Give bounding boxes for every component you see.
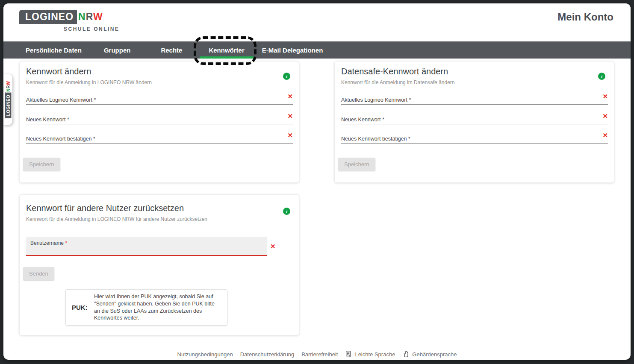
card-title: Kennwort ändern xyxy=(26,67,91,76)
main-nav: Persönliche Daten Gruppen Rechte Kennwör… xyxy=(3,41,631,59)
clear-icon[interactable]: ✕ xyxy=(287,113,293,119)
clear-icon[interactable]: ✕ xyxy=(602,93,608,100)
field-label: Neues Kennwort bestätigen * xyxy=(341,136,608,142)
field-underline xyxy=(341,143,608,144)
page-title: Mein Konto xyxy=(557,11,613,23)
username-input[interactable]: Benutzername * xyxy=(26,237,267,256)
leichte-sprache-icon xyxy=(345,350,353,358)
tab-email-delegationen[interactable]: E-Mail Delegationen xyxy=(262,41,323,59)
logo-subtitle: SCHULE ONLINE xyxy=(64,26,120,32)
datasafe-password-card: Datensafe-Kennwort ändern Kennwort für d… xyxy=(334,61,614,183)
username-label: Benutzername * xyxy=(30,240,67,246)
confirm-password-field[interactable]: Neues Kennwort bestätigen * ✕ xyxy=(26,136,293,144)
footer: Nutzungsbedingungen Datenschutzerklärung… xyxy=(3,350,631,358)
new-password-field[interactable]: Neues Kennwort * ✕ xyxy=(26,117,293,124)
footer-link-barrierefreiheit[interactable]: Barrierefreiheit xyxy=(301,351,338,358)
puk-label: PUK: xyxy=(66,304,94,311)
clear-icon[interactable]: ✕ xyxy=(602,132,608,138)
footer-link-leichte-sprache[interactable]: Leichte Sprache xyxy=(355,351,395,358)
footer-leichte-sprache[interactable]: Leichte Sprache xyxy=(345,350,395,358)
clear-icon[interactable]: ✕ xyxy=(287,93,293,100)
info-icon[interactable]: i xyxy=(598,73,605,80)
logo-nrw: NRW xyxy=(77,10,105,24)
current-password-field[interactable]: Aktuelles Logineo Kennwort * ✕ xyxy=(26,97,293,105)
save-button[interactable]: Speichern xyxy=(23,158,60,171)
new-password-field[interactable]: Neues Kennwort * ✕ xyxy=(341,117,608,124)
tab-kennwoerter[interactable]: Kennwörter xyxy=(209,41,244,59)
clear-icon[interactable]: ✕ xyxy=(287,132,293,138)
card-subtitle: Kennwort für die Anmeldung im Datensafe … xyxy=(341,79,455,85)
tab-gruppen[interactable]: Gruppen xyxy=(104,41,131,59)
card-subtitle: Kennwort für die Anmeldung in LOGINEO NR… xyxy=(26,79,152,85)
footer-link-gebaerdensprache[interactable]: Gebärdensprache xyxy=(412,351,457,358)
side-flap-logo: LOGINEO NRW xyxy=(5,81,11,118)
flap-logo-main: LOGINEO xyxy=(5,93,11,118)
field-underline xyxy=(341,124,608,124)
field-label: Neues Kennwort bestätigen * xyxy=(26,136,293,142)
tab-persoenliche-daten[interactable]: Persönliche Daten xyxy=(26,41,82,59)
field-label: Neues Kennwort * xyxy=(26,117,293,123)
reset-password-card: Kennwort für andere Nutzer zurücksetzen … xyxy=(19,194,299,335)
field-label: Aktuelles Logineo Kennwort * xyxy=(341,97,608,103)
save-button[interactable]: Speichern xyxy=(338,158,375,171)
flap-logo-nrw: NRW xyxy=(6,81,10,93)
current-password-field[interactable]: Aktuelles Logineo Kennwort * ✕ xyxy=(341,97,608,105)
footer-link-datenschutzerklaerung[interactable]: Datenschutzerklärung xyxy=(240,351,294,358)
field-underline xyxy=(26,124,293,124)
footer-link-nutzungsbedingungen[interactable]: Nutzungsbedingungen xyxy=(177,351,233,358)
field-underline xyxy=(341,104,608,105)
app-window: LOGINEO NRW SCHULE ONLINE Mein Konto Per… xyxy=(3,3,631,360)
send-button[interactable]: Senden xyxy=(23,267,54,280)
info-icon[interactable]: i xyxy=(283,208,290,215)
puk-display-box: PUK: Hier wird Ihnen der PUK angezeigt, … xyxy=(65,289,227,326)
side-flap[interactable]: LOGINEO NRW xyxy=(3,74,12,125)
field-underline xyxy=(26,104,293,105)
info-icon[interactable]: i xyxy=(283,73,290,80)
required-asterisk: * xyxy=(65,240,67,246)
change-password-card: Kennwort ändern Kennwort für die Anmeldu… xyxy=(19,61,299,183)
field-label: Neues Kennwort * xyxy=(341,117,608,123)
card-title: Kennwort für andere Nutzer zurücksetzen xyxy=(26,203,184,213)
field-underline xyxy=(26,143,293,144)
tab-rechte[interactable]: Rechte xyxy=(161,41,182,59)
footer-gebaerdensprache[interactable]: Gebärdensprache xyxy=(402,350,457,358)
puk-help-text: Hier wird Ihnen der PUK angezeigt, sobal… xyxy=(94,293,227,322)
card-title: Datensafe-Kennwort ändern xyxy=(341,67,448,76)
clear-icon[interactable]: ✕ xyxy=(602,113,608,119)
header: LOGINEO NRW SCHULE ONLINE Mein Konto xyxy=(3,3,631,41)
confirm-password-field[interactable]: Neues Kennwort bestätigen * ✕ xyxy=(341,136,608,144)
card-subtitle: Kennwort für die Anmeldung in LOGINEO NR… xyxy=(26,216,207,222)
field-label: Aktuelles Logineo Kennwort * xyxy=(26,97,293,103)
clear-icon[interactable]: ✕ xyxy=(270,243,276,250)
gebaerdensprache-icon xyxy=(402,350,410,358)
logo-main: LOGINEO xyxy=(19,10,77,24)
logineo-logo: LOGINEO NRW SCHULE ONLINE xyxy=(19,10,120,32)
